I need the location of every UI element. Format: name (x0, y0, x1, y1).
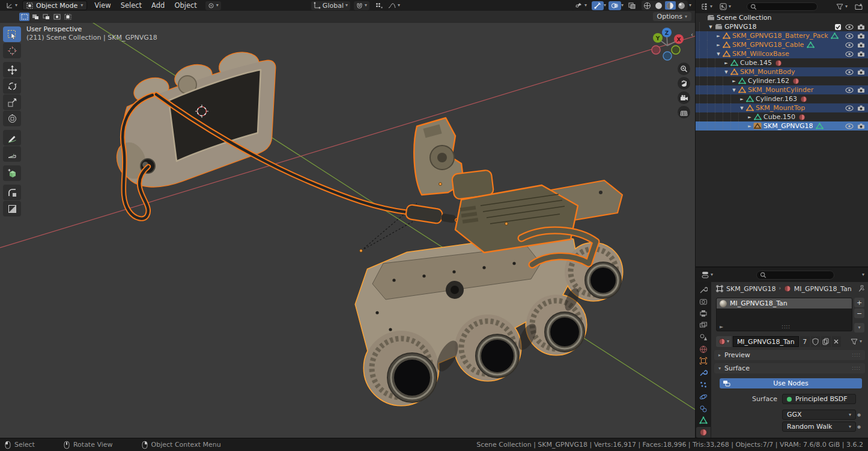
menu-select[interactable]: Select (116, 1, 147, 10)
ortho-toggle-button[interactable] (678, 106, 690, 118)
outliner-row-skm-mounttop[interactable]: ▼SKM_MountTop (696, 103, 868, 112)
menu-view[interactable]: View (90, 1, 115, 10)
properties-tab-render[interactable] (696, 296, 711, 307)
outliner-row-cube-145[interactable]: ►Cube.145 (696, 58, 868, 67)
subsurface-method-dropdown[interactable]: Random Walk ▾ (782, 422, 856, 432)
camera-toggle-icon[interactable] (857, 105, 865, 111)
tool-annotate[interactable] (3, 130, 21, 146)
select-mode-set[interactable] (19, 13, 29, 21)
outliner-display-mode-dropdown[interactable]: ▾ (717, 2, 733, 11)
navigation-gizmo[interactable]: Z Y X (646, 24, 695, 64)
expander-closed-icon[interactable]: ► (715, 34, 722, 38)
tool-transform[interactable] (3, 111, 21, 126)
viewport-canvas[interactable] (0, 0, 695, 438)
eye-toggle-icon[interactable] (845, 123, 854, 129)
tool-measure[interactable] (3, 146, 21, 162)
tool-add-cube[interactable] (3, 165, 21, 181)
remove-slot-button[interactable]: − (854, 308, 864, 318)
material-filter-dropdown[interactable]: ▾ (848, 337, 864, 346)
resize-grip-icon[interactable]: :::: (723, 324, 849, 330)
mode-dropdown[interactable]: Object Mode ▾ (22, 1, 87, 10)
camera-toggle-icon[interactable] (857, 41, 865, 48)
select-mode-invert[interactable] (52, 13, 62, 21)
tool-addon-tool-2[interactable] (3, 201, 21, 216)
add-slot-button[interactable]: + (854, 298, 864, 307)
surface-shader-field[interactable]: Principled BSDF (782, 394, 856, 404)
expander-closed-icon[interactable]: ► (730, 79, 738, 84)
outliner-row-scene-collection[interactable]: Scene Collection (696, 13, 868, 22)
eye-toggle-icon[interactable] (845, 42, 854, 48)
camera-toggle-icon[interactable] (857, 69, 865, 75)
zoom-button[interactable] (678, 63, 690, 75)
proportional-editing-button[interactable] (373, 1, 386, 10)
select-mode-extend[interactable] (30, 13, 40, 21)
eye-toggle-icon[interactable] (845, 51, 854, 57)
expander-closed-icon[interactable]: ► (746, 124, 753, 129)
surface-panel-header[interactable]: ▾ Surface :::: (714, 363, 865, 373)
outliner-row-skm-willcoxbase[interactable]: ▼SKM_WillcoxBase (696, 49, 868, 58)
outliner-filter-button[interactable]: ▾ (834, 2, 850, 11)
shading-rendered-button[interactable] (676, 1, 687, 10)
outliner-row-skm-mountcylinder[interactable]: ▼SKM_MountCylinder (696, 85, 868, 94)
outliner-row-skm-mountbody[interactable]: ▼SKM_MountBody (696, 67, 868, 76)
properties-search-input[interactable] (756, 271, 834, 280)
pan-button[interactable] (678, 77, 690, 90)
fake-user-shield-button[interactable] (811, 336, 820, 347)
proportional-falloff-dropdown[interactable]: ▾ (386, 1, 402, 10)
editor-type-button[interactable]: ▾ (4, 1, 20, 10)
menu-add[interactable]: Add (147, 1, 169, 10)
properties-tab-modifiers[interactable] (696, 367, 711, 378)
properties-tab-scene[interactable] (696, 332, 711, 343)
select-mode-intersect[interactable] (62, 13, 73, 21)
preview-panel-header[interactable]: ▸ Preview :::: (714, 350, 865, 360)
expander-open-icon[interactable]: ▼ (738, 106, 745, 111)
breadcrumb-object[interactable]: SKM_GPNVG18 (726, 285, 776, 293)
expander-closed-icon[interactable]: ► (723, 61, 730, 66)
tool-select-box[interactable] (3, 26, 21, 42)
tool-rotate[interactable] (3, 78, 21, 94)
eye-toggle-icon[interactable] (845, 87, 854, 93)
properties-tab-output[interactable] (696, 308, 711, 319)
outliner-row-skm-gpnvg18-battery-pack[interactable]: ►SKM_GPNVG18_Battery_Pack (696, 31, 868, 40)
expander-open-icon[interactable]: ▼ (715, 52, 722, 57)
new-collection-button[interactable] (852, 2, 865, 11)
camera-toggle-icon[interactable] (857, 51, 865, 57)
camera-toggle-icon[interactable] (857, 87, 865, 93)
pin-icon[interactable] (858, 285, 865, 292)
unlink-material-button[interactable] (832, 336, 841, 347)
xray-toggle[interactable] (626, 1, 638, 10)
properties-options-dropdown[interactable]: ▾ (862, 272, 864, 277)
properties-tab-world[interactable] (696, 344, 711, 355)
shading-wireframe-button[interactable] (642, 1, 653, 10)
outliner-row-skm-gpnvg18[interactable]: ►SKM_GPNVG18 (696, 121, 868, 130)
overlays-toggle[interactable] (609, 1, 621, 10)
properties-tab-tool[interactable] (696, 284, 711, 295)
visibility-dropdown[interactable]: ▾ (572, 1, 589, 10)
shading-material-preview-button[interactable] (665, 1, 676, 10)
tool-cursor[interactable] (3, 43, 21, 58)
tool-move[interactable] (3, 62, 21, 78)
outliner-search-input[interactable] (747, 2, 818, 11)
outliner-row-cube-150[interactable]: ►Cube.150 (696, 112, 868, 121)
shading-solid-button[interactable] (654, 1, 664, 10)
expander-closed-icon[interactable]: ► (715, 43, 722, 48)
select-mode-subtract[interactable] (41, 13, 51, 21)
decorator-dot[interactable]: ● (856, 413, 862, 417)
material-browse-button[interactable]: ▾ (716, 336, 732, 347)
gizmos-toggle[interactable] (592, 1, 604, 10)
eye-toggle-icon[interactable] (845, 69, 854, 75)
slot-specials-dropdown[interactable]: ▾ (854, 323, 864, 333)
sidebar-toggle-arrow[interactable]: ‹ (691, 31, 693, 38)
outliner-editor-type-button[interactable]: ▾ (699, 2, 715, 11)
transform-orientation-dropdown[interactable]: Global ▾ (311, 1, 350, 10)
material-users-count[interactable]: 7 (800, 336, 810, 347)
properties-tab-view-layer[interactable] (696, 320, 711, 331)
properties-tab-material[interactable] (696, 427, 711, 438)
outliner-row-cylinder-163[interactable]: ►Cylinder.163 (696, 94, 868, 103)
use-nodes-button[interactable]: Use Nodes (720, 378, 862, 388)
outliner-row-skm-gpnvg18-cable[interactable]: ►SKM_GPNVG18_Cable (696, 40, 868, 49)
properties-tab-object[interactable] (696, 356, 711, 367)
properties-tab-constraints[interactable] (696, 403, 711, 414)
expander-open-icon[interactable]: ▼ (707, 25, 714, 29)
checkbox-toggle-icon[interactable] (834, 23, 842, 31)
